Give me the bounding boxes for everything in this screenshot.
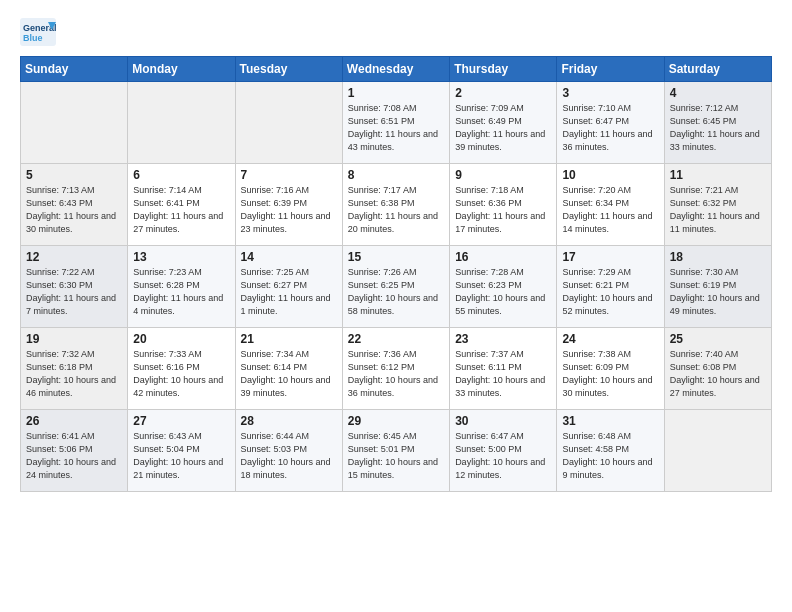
header-cell-friday: Friday	[557, 57, 664, 82]
day-number: 2	[455, 86, 551, 100]
day-cell: 2Sunrise: 7:09 AM Sunset: 6:49 PM Daylig…	[450, 82, 557, 164]
day-cell: 8Sunrise: 7:17 AM Sunset: 6:38 PM Daylig…	[342, 164, 449, 246]
header: General Blue	[20, 18, 772, 46]
day-info: Sunrise: 7:36 AM Sunset: 6:12 PM Dayligh…	[348, 348, 444, 400]
day-info: Sunrise: 6:43 AM Sunset: 5:04 PM Dayligh…	[133, 430, 229, 482]
day-number: 5	[26, 168, 122, 182]
day-info: Sunrise: 7:34 AM Sunset: 6:14 PM Dayligh…	[241, 348, 337, 400]
day-cell: 20Sunrise: 7:33 AM Sunset: 6:16 PM Dayli…	[128, 328, 235, 410]
day-info: Sunrise: 7:40 AM Sunset: 6:08 PM Dayligh…	[670, 348, 766, 400]
day-info: Sunrise: 7:38 AM Sunset: 6:09 PM Dayligh…	[562, 348, 658, 400]
header-row: SundayMondayTuesdayWednesdayThursdayFrid…	[21, 57, 772, 82]
day-number: 22	[348, 332, 444, 346]
day-number: 9	[455, 168, 551, 182]
day-info: Sunrise: 7:26 AM Sunset: 6:25 PM Dayligh…	[348, 266, 444, 318]
day-cell: 18Sunrise: 7:30 AM Sunset: 6:19 PM Dayli…	[664, 246, 771, 328]
day-info: Sunrise: 7:32 AM Sunset: 6:18 PM Dayligh…	[26, 348, 122, 400]
day-info: Sunrise: 7:28 AM Sunset: 6:23 PM Dayligh…	[455, 266, 551, 318]
day-cell: 14Sunrise: 7:25 AM Sunset: 6:27 PM Dayli…	[235, 246, 342, 328]
page: General Blue SundayMondayTuesdayWednesda…	[0, 0, 792, 502]
day-info: Sunrise: 7:30 AM Sunset: 6:19 PM Dayligh…	[670, 266, 766, 318]
day-number: 13	[133, 250, 229, 264]
day-cell	[235, 82, 342, 164]
day-info: Sunrise: 6:41 AM Sunset: 5:06 PM Dayligh…	[26, 430, 122, 482]
week-row-1: 5Sunrise: 7:13 AM Sunset: 6:43 PM Daylig…	[21, 164, 772, 246]
day-number: 26	[26, 414, 122, 428]
day-info: Sunrise: 6:44 AM Sunset: 5:03 PM Dayligh…	[241, 430, 337, 482]
day-number: 7	[241, 168, 337, 182]
day-cell: 11Sunrise: 7:21 AM Sunset: 6:32 PM Dayli…	[664, 164, 771, 246]
day-info: Sunrise: 7:25 AM Sunset: 6:27 PM Dayligh…	[241, 266, 337, 318]
day-info: Sunrise: 7:12 AM Sunset: 6:45 PM Dayligh…	[670, 102, 766, 154]
week-row-4: 26Sunrise: 6:41 AM Sunset: 5:06 PM Dayli…	[21, 410, 772, 492]
header-cell-tuesday: Tuesday	[235, 57, 342, 82]
day-number: 17	[562, 250, 658, 264]
week-row-2: 12Sunrise: 7:22 AM Sunset: 6:30 PM Dayli…	[21, 246, 772, 328]
day-number: 16	[455, 250, 551, 264]
day-cell: 19Sunrise: 7:32 AM Sunset: 6:18 PM Dayli…	[21, 328, 128, 410]
day-cell	[21, 82, 128, 164]
day-number: 19	[26, 332, 122, 346]
day-cell: 15Sunrise: 7:26 AM Sunset: 6:25 PM Dayli…	[342, 246, 449, 328]
day-info: Sunrise: 7:14 AM Sunset: 6:41 PM Dayligh…	[133, 184, 229, 236]
day-cell: 25Sunrise: 7:40 AM Sunset: 6:08 PM Dayli…	[664, 328, 771, 410]
logo-icon: General Blue	[20, 18, 56, 46]
day-number: 21	[241, 332, 337, 346]
day-info: Sunrise: 7:29 AM Sunset: 6:21 PM Dayligh…	[562, 266, 658, 318]
logo: General Blue	[20, 18, 56, 46]
day-info: Sunrise: 7:10 AM Sunset: 6:47 PM Dayligh…	[562, 102, 658, 154]
header-cell-saturday: Saturday	[664, 57, 771, 82]
day-number: 8	[348, 168, 444, 182]
header-cell-monday: Monday	[128, 57, 235, 82]
day-info: Sunrise: 7:37 AM Sunset: 6:11 PM Dayligh…	[455, 348, 551, 400]
day-info: Sunrise: 7:21 AM Sunset: 6:32 PM Dayligh…	[670, 184, 766, 236]
day-info: Sunrise: 7:08 AM Sunset: 6:51 PM Dayligh…	[348, 102, 444, 154]
day-number: 12	[26, 250, 122, 264]
day-number: 31	[562, 414, 658, 428]
header-cell-sunday: Sunday	[21, 57, 128, 82]
day-cell: 3Sunrise: 7:10 AM Sunset: 6:47 PM Daylig…	[557, 82, 664, 164]
svg-text:Blue: Blue	[23, 33, 43, 43]
day-number: 15	[348, 250, 444, 264]
day-cell: 10Sunrise: 7:20 AM Sunset: 6:34 PM Dayli…	[557, 164, 664, 246]
day-cell: 30Sunrise: 6:47 AM Sunset: 5:00 PM Dayli…	[450, 410, 557, 492]
day-number: 30	[455, 414, 551, 428]
day-number: 10	[562, 168, 658, 182]
day-cell: 6Sunrise: 7:14 AM Sunset: 6:41 PM Daylig…	[128, 164, 235, 246]
day-number: 25	[670, 332, 766, 346]
day-info: Sunrise: 7:33 AM Sunset: 6:16 PM Dayligh…	[133, 348, 229, 400]
day-cell	[128, 82, 235, 164]
day-info: Sunrise: 7:18 AM Sunset: 6:36 PM Dayligh…	[455, 184, 551, 236]
day-info: Sunrise: 6:47 AM Sunset: 5:00 PM Dayligh…	[455, 430, 551, 482]
day-number: 29	[348, 414, 444, 428]
day-cell: 16Sunrise: 7:28 AM Sunset: 6:23 PM Dayli…	[450, 246, 557, 328]
day-cell: 1Sunrise: 7:08 AM Sunset: 6:51 PM Daylig…	[342, 82, 449, 164]
day-cell: 29Sunrise: 6:45 AM Sunset: 5:01 PM Dayli…	[342, 410, 449, 492]
day-cell: 24Sunrise: 7:38 AM Sunset: 6:09 PM Dayli…	[557, 328, 664, 410]
day-info: Sunrise: 7:09 AM Sunset: 6:49 PM Dayligh…	[455, 102, 551, 154]
day-number: 28	[241, 414, 337, 428]
day-cell	[664, 410, 771, 492]
day-info: Sunrise: 7:17 AM Sunset: 6:38 PM Dayligh…	[348, 184, 444, 236]
day-number: 6	[133, 168, 229, 182]
day-number: 11	[670, 168, 766, 182]
day-cell: 22Sunrise: 7:36 AM Sunset: 6:12 PM Dayli…	[342, 328, 449, 410]
day-cell: 26Sunrise: 6:41 AM Sunset: 5:06 PM Dayli…	[21, 410, 128, 492]
day-cell: 4Sunrise: 7:12 AM Sunset: 6:45 PM Daylig…	[664, 82, 771, 164]
day-cell: 21Sunrise: 7:34 AM Sunset: 6:14 PM Dayli…	[235, 328, 342, 410]
day-info: Sunrise: 6:48 AM Sunset: 4:58 PM Dayligh…	[562, 430, 658, 482]
header-cell-wednesday: Wednesday	[342, 57, 449, 82]
day-cell: 31Sunrise: 6:48 AM Sunset: 4:58 PM Dayli…	[557, 410, 664, 492]
day-cell: 23Sunrise: 7:37 AM Sunset: 6:11 PM Dayli…	[450, 328, 557, 410]
day-number: 14	[241, 250, 337, 264]
day-number: 1	[348, 86, 444, 100]
day-number: 27	[133, 414, 229, 428]
day-cell: 28Sunrise: 6:44 AM Sunset: 5:03 PM Dayli…	[235, 410, 342, 492]
calendar-table: SundayMondayTuesdayWednesdayThursdayFrid…	[20, 56, 772, 492]
day-cell: 17Sunrise: 7:29 AM Sunset: 6:21 PM Dayli…	[557, 246, 664, 328]
day-info: Sunrise: 7:13 AM Sunset: 6:43 PM Dayligh…	[26, 184, 122, 236]
day-info: Sunrise: 7:16 AM Sunset: 6:39 PM Dayligh…	[241, 184, 337, 236]
week-row-3: 19Sunrise: 7:32 AM Sunset: 6:18 PM Dayli…	[21, 328, 772, 410]
day-cell: 5Sunrise: 7:13 AM Sunset: 6:43 PM Daylig…	[21, 164, 128, 246]
day-info: Sunrise: 6:45 AM Sunset: 5:01 PM Dayligh…	[348, 430, 444, 482]
